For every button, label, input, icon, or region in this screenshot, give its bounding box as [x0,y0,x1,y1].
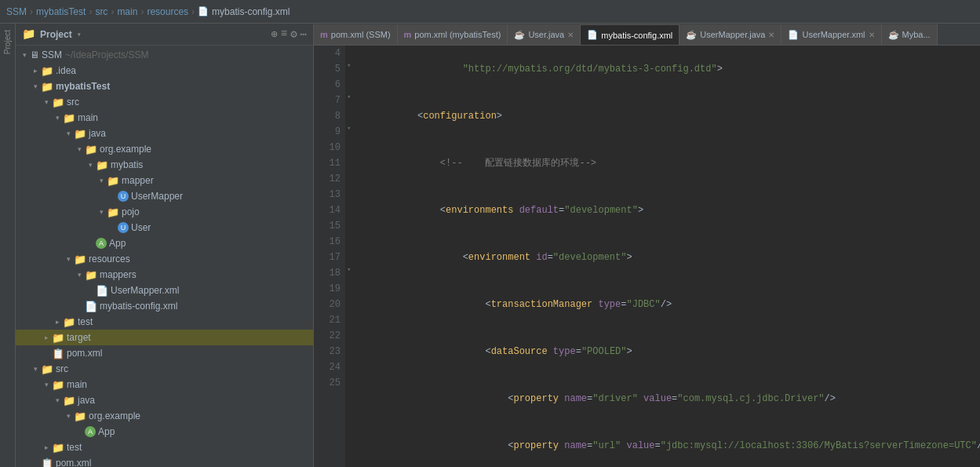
tree-item-java2[interactable]: ▾ 📁 java [16,392,313,408]
ln-5: 5 [319,61,341,77]
tree-item-pom-root[interactable]: ▸ 📋 pom.xml [16,455,313,467]
tab-close-usermapper-java[interactable]: ✕ [768,31,774,39]
tree-item-mappers[interactable]: ▾ 📁 mappers [16,267,313,283]
tree-item-usermapper-xml[interactable]: ▸ 📄 UserMapper.xml [16,283,313,298]
tree-item-main1[interactable]: ▾ 📁 main [16,110,313,126]
label-mappers: mappers [100,269,137,280]
tab-close-usermapper-xml[interactable]: ✕ [869,31,875,39]
label-pom-root: pom.xml [56,458,91,467]
tab-icon-mybatis-config: 📄 [587,30,598,40]
label-java1: java [89,128,106,139]
ln-9: 9 [319,124,341,140]
collapse-icon[interactable]: ≡ [281,27,287,41]
fold-8[interactable]: ▾ [347,93,351,101]
icon-test2: 📁 [52,442,64,454]
icon-mappers: 📁 [85,269,97,281]
tree-item-app1[interactable]: ▸ A App [16,235,313,251]
tab-icon-pom-mybatistest: m [404,30,412,39]
label-resources: resources [89,254,130,265]
tree-item-idea[interactable]: ▸ 📁 .idea [16,63,313,78]
tree-item-mybatis-config[interactable]: ▸ 📄 mybatis-config.xml [16,298,313,314]
label-orgexample1: org.example [100,144,151,155]
ln-18: 18 [319,265,341,281]
tree-item-target[interactable]: ▸ 📁 target [16,330,313,345]
code-content[interactable]: "http://mybatis.org/dtd/mybatis-3-config… [358,46,980,467]
tree-item-pojo[interactable]: ▾ 📁 pojo [16,204,313,220]
tree-item-main2[interactable]: ▾ 📁 main [16,377,313,392]
tree-item-test1[interactable]: ▸ 📁 test [16,314,313,330]
label-usermapper-xml: UserMapper.xml [111,285,179,296]
code-line-8: <environment id="development"> [361,234,977,281]
breadcrumb-file-icon: 📄 [198,6,209,16]
tree-item-mybatistest[interactable]: ▾ 📁 mybatisTest [16,78,313,94]
tab-pom-ssm[interactable]: m pom.xml (SSM) [314,24,398,45]
label-pom-mybatistest: pom.xml [67,348,102,359]
label-mapper: mapper [122,175,154,186]
icon-mybatis-config: 📄 [85,301,97,312]
ln-23: 23 [319,344,341,359]
tab-icon-usermapper-java: ☕ [686,30,697,40]
label-src1: src [67,97,79,108]
ln-7: 7 [319,93,341,108]
tree-item-usermapper-class[interactable]: ▸ U UserMapper [16,188,313,204]
code-line-11: <property name="driver" value="com.mysql… [361,375,977,422]
fold-10[interactable]: ▾ [347,124,351,133]
tab-usermapper-xml[interactable]: 📄 UserMapper.xml ✕ [781,24,881,45]
ln-19: 19 [319,281,341,297]
icon-java2: 📁 [63,395,75,407]
more-icon[interactable]: ⋯ [301,27,307,41]
tree-item-user-class[interactable]: ▸ U User [16,220,313,235]
breadcrumb-main[interactable]: main [117,6,137,17]
arrow-ssm: ▾ [19,51,30,59]
ln-6: 6 [319,77,341,93]
tree-item-src1[interactable]: ▾ 📁 src [16,94,313,110]
tree-item-test2[interactable]: ▸ 📁 test [16,440,313,455]
label-app2: App [98,426,115,437]
tree-item-ssm[interactable]: ▾ 🖥 SSM ~/IdeaProjects/SSM [16,47,313,63]
arrow-orgexample1: ▾ [74,145,85,153]
icon-pojo: 📁 [107,206,119,218]
icon-src2: 📁 [41,363,53,375]
tab-label-usermapper-java: UserMapper.java [700,30,765,39]
tree-item-mybatis[interactable]: ▾ 📁 mybatis [16,157,313,173]
icon-java1: 📁 [74,128,86,140]
tree-item-src2[interactable]: ▾ 📁 src [16,361,313,377]
arrow-test2: ▸ [41,443,52,451]
tree-item-orgexample1[interactable]: ▾ 📁 org.example [16,141,313,157]
tree-item-mapper[interactable]: ▾ 📁 mapper [16,173,313,188]
locate-icon[interactable]: ⊕ [271,27,277,41]
ln-16: 16 [319,234,341,250]
project-panel-header: 📁 Project ▾ ⊕ ≡ ⚙ ⋯ [16,24,313,46]
folder-icon: 📁 [22,27,35,41]
tab-myba[interactable]: ☕ Myba... [882,24,938,45]
label-main2: main [67,379,87,390]
breadcrumb-mybatistest[interactable]: mybatisTest [36,6,86,17]
breadcrumb-ssm[interactable]: SSM [6,6,27,17]
vertical-sidebar-label: Project [3,30,12,54]
icon-mybatistest: 📁 [41,81,53,93]
tree-item-java1[interactable]: ▾ 📁 java [16,126,313,141]
icon-idea: 📁 [41,65,53,77]
settings-icon[interactable]: ⚙ [290,27,297,41]
ln-25: 25 [319,375,341,391]
tree-item-resources[interactable]: ▾ 📁 resources [16,251,313,267]
tab-usermapper-java[interactable]: ☕ UserMapper.java ✕ [679,24,781,45]
tab-close-user-java[interactable]: ✕ [567,31,574,39]
tab-mybatis-config[interactable]: 📄 mybatis-config.xml [581,24,679,45]
arrow-idea: ▸ [30,67,41,75]
breadcrumb-resources[interactable]: resources [147,6,188,17]
code-line-5: <configuration> [361,93,977,140]
tab-icon-user-java: ☕ [514,30,525,40]
icon-usermapper-xml: 📄 [96,285,108,297]
fold-21[interactable]: ▾ [347,265,351,274]
label-test1: test [78,316,93,327]
tree-item-orgexample2[interactable]: ▾ 📁 org.example [16,408,313,424]
breadcrumb-src[interactable]: src [95,6,107,17]
tree-item-app2[interactable]: ▸ A App [16,424,313,440]
tab-user-java[interactable]: ☕ User.java ✕ [508,24,581,45]
label-user-class: User [131,222,151,233]
tab-pom-mybatistest[interactable]: m pom.xml (mybatisTest) [398,24,508,45]
fold-5[interactable]: ▾ [347,61,351,70]
arrow-mybatis: ▾ [85,161,96,169]
tree-item-pom-mybatistest[interactable]: ▸ 📋 pom.xml [16,345,313,361]
